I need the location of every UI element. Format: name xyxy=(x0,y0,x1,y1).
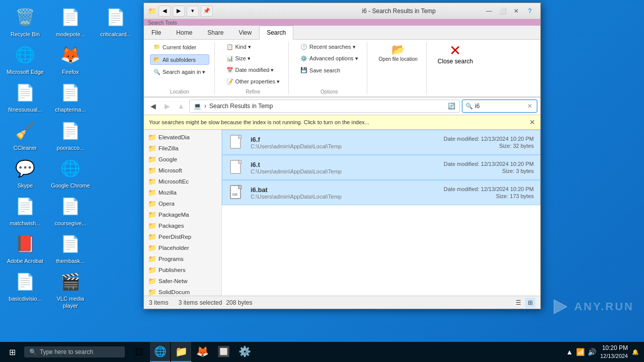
close-button[interactable]: ✕ xyxy=(510,6,523,17)
folder-Google[interactable]: 📁 Google xyxy=(144,154,221,165)
size-icon: 📊 xyxy=(226,55,233,62)
folder-Programs[interactable]: 📁 Programs xyxy=(144,253,221,264)
folder-Microsoft[interactable]: 📁 Microsoft xyxy=(144,165,221,176)
notifications-icon[interactable]: 🔔 xyxy=(632,349,639,355)
large-icons-view-btn[interactable]: ⊞ xyxy=(525,298,535,308)
search-again-btn[interactable]: 🔍 Search again in ▾ xyxy=(150,67,209,77)
search-box[interactable]: 🔍 ✕ xyxy=(462,100,537,113)
path-value: Search Results in Temp xyxy=(209,103,273,110)
desktop-icon-ms-edge[interactable]: 🌐 Microsoft Edge xyxy=(5,43,45,75)
file-row-i6f[interactable]: i6.f C:\Users\admin\AppData\Local\Temp D… xyxy=(222,130,540,155)
open-file-location-btn[interactable]: 📂 Open file location xyxy=(375,42,421,65)
taskbar-firefox[interactable]: 🦊 xyxy=(192,342,212,362)
folder-icon: 📁 xyxy=(148,166,156,174)
coursegive-icon: 📄 xyxy=(58,194,83,218)
advanced-options-btn[interactable]: ⚙️ Advanced options ▾ xyxy=(297,53,362,64)
folder-MicrosoftEc[interactable]: 📁 MicrosoftEc xyxy=(144,176,221,187)
folder-icon: 📁 xyxy=(148,277,156,285)
title-pin-btn[interactable]: 📌 xyxy=(201,6,213,17)
desktop-icon-ccleaner[interactable]: 🧹 CCleaner xyxy=(5,119,45,151)
date-modified-btn[interactable]: 📅 Date modified ▾ xyxy=(223,65,284,75)
folder-PackageMa[interactable]: 📁 PackageMa xyxy=(144,209,221,220)
desktop-icon-vlc[interactable]: 🎬 VLC media player xyxy=(50,269,91,309)
current-folder-btn[interactable]: 📁 Current folder xyxy=(150,42,209,52)
recent-searches-label: Recent searches ▾ xyxy=(309,44,356,50)
forward-button[interactable]: ▶ xyxy=(161,100,173,112)
kind-btn[interactable]: 📋 Kind ▾ xyxy=(223,42,284,52)
taskbar-clock[interactable]: 10:20 PM 12/13/2024 xyxy=(600,344,628,360)
desktop-icon-criticalcard[interactable]: 📄 criticalcard... xyxy=(96,5,136,38)
save-search-btn[interactable]: 💾 Save search xyxy=(297,65,362,75)
recent-searches-btn[interactable]: 🕐 Recent searches ▾ xyxy=(297,42,362,52)
desktop-icon-basicdivision[interactable]: 📄 basicdivisio... xyxy=(5,269,45,302)
folder-PeerDistRep[interactable]: 📁 PeerDistRep xyxy=(144,231,221,242)
desktop: 🗑️ Recycle Bin 🌐 Microsoft Edge 📄 fitnes… xyxy=(0,0,644,342)
title-back-btn[interactable]: ◀ xyxy=(158,6,171,17)
desktop-icon-coursegive[interactable]: 📄 coursegive... xyxy=(50,194,91,227)
warning-bar[interactable]: Your searches might be slow because the … xyxy=(144,115,540,130)
folder-SolidDocum[interactable]: 📁 SolidDocum xyxy=(144,287,221,296)
start-button[interactable]: ⊞ xyxy=(0,342,24,362)
desktop-icon-firefox[interactable]: 🦊 Firefox xyxy=(50,43,91,75)
folder-icon: 📁 xyxy=(148,266,156,274)
desktop-icon-skype[interactable]: 💬 Skype xyxy=(5,156,45,189)
desktop-icon-googlechrome[interactable]: 🌐 Google Chrome xyxy=(50,156,91,189)
close-search-btn[interactable]: ✕ Close search xyxy=(435,42,476,67)
desktop-icon-fitness[interactable]: 📄 fitnessusual... xyxy=(5,80,45,113)
folder-Mozilla[interactable]: 📁 Mozilla xyxy=(144,187,221,198)
folder-Publishers[interactable]: 📁 Publishers xyxy=(144,264,221,276)
warning-close-icon[interactable]: ✕ xyxy=(529,118,535,126)
desktop-icon-pooracco[interactable]: 📄 pooracco... xyxy=(50,119,91,151)
tray-up-icon[interactable]: ▲ xyxy=(566,348,573,356)
network-icon[interactable]: 📶 xyxy=(576,348,585,356)
title-forward-btn[interactable]: ▶ xyxy=(173,6,185,17)
open-location-label: Open file location xyxy=(379,56,418,62)
details-view-btn[interactable]: ☰ xyxy=(513,298,523,308)
basicdivision-label: basicdivisio... xyxy=(9,296,41,302)
tab-view[interactable]: View xyxy=(231,26,259,40)
clear-search-icon[interactable]: ✕ xyxy=(527,103,532,110)
search-input[interactable] xyxy=(475,103,525,110)
file-row-i6bat[interactable]: bat i6.bat C:\Users\admin\AppData\Local\… xyxy=(222,180,540,205)
svg-text:bat: bat xyxy=(232,193,237,196)
folder-Safer-Netw[interactable]: 📁 Safer-Netw xyxy=(144,276,221,287)
tab-share[interactable]: Share xyxy=(200,26,231,40)
taskbar-file-explorer[interactable]: 📁 xyxy=(171,342,191,362)
tab-search[interactable]: Search xyxy=(259,26,293,40)
taskbar-search[interactable]: 🔍 Type here to search xyxy=(24,346,125,357)
file-modified-i6bat: Date modified: 12/13/2024 10:20 PM xyxy=(444,186,534,192)
folder-FileZilla[interactable]: 📁 FileZilla xyxy=(144,143,221,154)
taskbar-app2[interactable]: ⚙️ xyxy=(234,342,255,362)
desktop-icon-matchwish[interactable]: 📄 matchwish... xyxy=(5,194,45,227)
folder-Opera[interactable]: 📁 Opera xyxy=(144,198,221,209)
back-button[interactable]: ◀ xyxy=(147,100,159,112)
date-modified-label: Date modified ▾ xyxy=(235,67,274,73)
other-props-btn[interactable]: 📝 Other properties ▾ xyxy=(223,76,284,87)
folder-Packages[interactable]: 📁 Packages xyxy=(144,220,221,231)
taskbar-edge[interactable]: 🌐 xyxy=(150,342,170,362)
desktop-icon-thembask[interactable]: 📄 thembask... xyxy=(50,232,91,264)
tab-home[interactable]: Home xyxy=(169,26,200,40)
all-subfolders-btn[interactable]: 📂 All subfolders xyxy=(150,54,209,65)
desktop-icon-modepote[interactable]: 📄 modepote... xyxy=(50,5,91,38)
volume-icon[interactable]: 🔊 xyxy=(588,348,596,356)
folder-ElevatedDia[interactable]: 📁 ElevatedDia xyxy=(144,132,221,143)
minimize-button[interactable]: — xyxy=(482,6,496,17)
title-down-btn[interactable]: ▾ xyxy=(187,6,199,17)
tab-file[interactable]: File xyxy=(144,26,169,40)
file-row-i6t[interactable]: i6.t C:\Users\admin\AppData\Local\Temp D… xyxy=(222,155,540,180)
desktop-icon-adobe[interactable]: 📕 Adobe Acrobat xyxy=(5,232,45,264)
desktop-icon-chaptermag[interactable]: 📄 chapterma... xyxy=(50,80,91,113)
size-btn[interactable]: 📊 Size ▾ xyxy=(223,53,284,64)
address-path[interactable]: 💻 › Search Results in Temp 🔄 xyxy=(189,100,460,113)
up-button[interactable]: ▲ xyxy=(175,100,187,112)
maximize-button[interactable]: ⬜ xyxy=(496,6,509,17)
taskbar-app1[interactable]: 🔲 xyxy=(213,342,233,362)
folder-sm-icon: 📁 xyxy=(153,44,160,50)
folder-Placeholder[interactable]: 📁 Placeholder xyxy=(144,242,221,253)
taskbar-search-icon: 🔍 xyxy=(29,348,37,355)
help-button[interactable]: ? xyxy=(523,6,536,17)
desktop-icon-recycle-bin[interactable]: 🗑️ Recycle Bin xyxy=(5,5,45,38)
taskbar-task-view[interactable]: ⊡ xyxy=(129,342,149,362)
refresh-btn[interactable]: 🔄 xyxy=(448,103,455,110)
